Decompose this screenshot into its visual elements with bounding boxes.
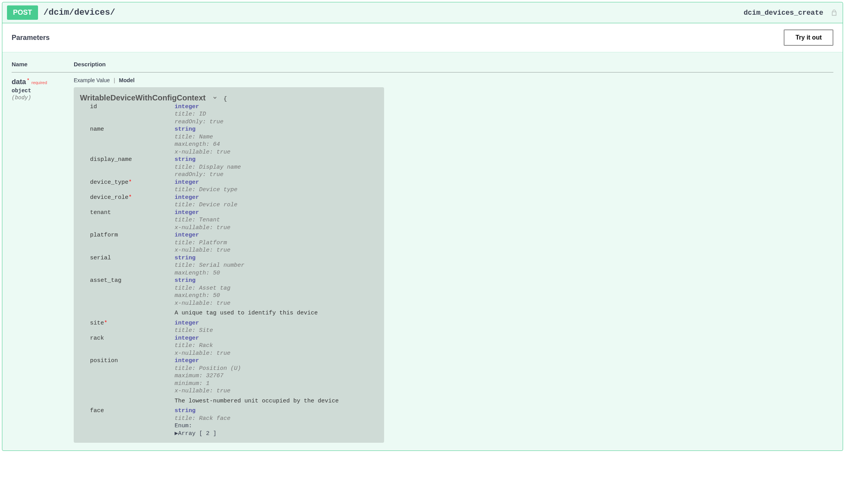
property-name: site* bbox=[90, 319, 175, 335]
property-meta: title: Device role bbox=[175, 201, 378, 209]
model-property: positionintegertitle: Position (U)maximu… bbox=[80, 357, 378, 407]
property-type: integer bbox=[175, 209, 378, 217]
model-title[interactable]: WritableDeviceWithConfigContext bbox=[80, 93, 206, 102]
property-name: display_name bbox=[90, 156, 175, 179]
property-name: face bbox=[90, 407, 175, 430]
model-property: namestringtitle: NamemaxLength: 64x-null… bbox=[80, 126, 378, 156]
property-meta: title: Name bbox=[175, 133, 378, 141]
property-type: integer bbox=[175, 179, 378, 186]
model-property: serialstringtitle: Serial numbermaxLengt… bbox=[80, 254, 378, 277]
property-type: string bbox=[175, 407, 378, 415]
property-details: stringtitle: Asset tagmaxLength: 50x-nul… bbox=[175, 277, 378, 319]
property-meta: title: Device type bbox=[175, 186, 378, 194]
caret-right-icon: ▶ bbox=[175, 430, 178, 437]
property-name: rack bbox=[90, 335, 175, 357]
param-type: object bbox=[12, 88, 74, 94]
model-property: platformintegertitle: Platformx-nullable… bbox=[80, 231, 378, 254]
model-property: rackintegertitle: Rackx-nullable: true bbox=[80, 335, 378, 357]
property-name: device_type* bbox=[90, 179, 175, 194]
model-property: idintegertitle: IDreadOnly: true bbox=[80, 103, 378, 126]
property-details: stringtitle: Rack faceEnum: bbox=[175, 407, 378, 430]
operation-id: dcim_devices_create bbox=[744, 9, 823, 17]
property-details: integertitle: Device type bbox=[175, 179, 378, 194]
property-meta: title: Site bbox=[175, 327, 378, 335]
property-meta: x-nullable: true bbox=[175, 247, 378, 254]
parameters-header: Parameters Try it out bbox=[2, 23, 843, 52]
property-meta: x-nullable: true bbox=[175, 350, 378, 357]
property-meta: title: Asset tag bbox=[175, 285, 378, 292]
model-property: device_role*integertitle: Device role bbox=[80, 194, 378, 209]
property-type: integer bbox=[175, 231, 378, 239]
operation-path: /dcim/devices/ bbox=[43, 8, 744, 17]
property-details: integertitle: Device role bbox=[175, 194, 378, 209]
required-star: * bbox=[27, 77, 29, 83]
property-meta: minimum: 1 bbox=[175, 380, 378, 388]
property-type: string bbox=[175, 277, 378, 285]
property-meta: maxLength: 50 bbox=[175, 269, 378, 277]
property-details: integertitle: IDreadOnly: true bbox=[175, 103, 378, 126]
property-meta: readOnly: true bbox=[175, 171, 378, 179]
property-meta: maxLength: 50 bbox=[175, 292, 378, 300]
required-star: * bbox=[104, 320, 107, 326]
property-details: integertitle: Platformx-nullable: true bbox=[175, 231, 378, 254]
property-name: device_role* bbox=[90, 194, 175, 209]
property-description: The lowest-numbered unit occupied by the… bbox=[175, 395, 378, 407]
property-meta: x-nullable: true bbox=[175, 148, 378, 156]
param-name: data bbox=[12, 78, 26, 86]
method-badge: POST bbox=[7, 5, 38, 20]
property-type: integer bbox=[175, 357, 378, 365]
model-property: facestringtitle: Rack faceEnum: bbox=[80, 407, 378, 430]
chevron-down-icon[interactable] bbox=[212, 95, 218, 103]
model-property: asset_tagstringtitle: Asset tagmaxLength… bbox=[80, 277, 378, 319]
property-meta: title: Position (U) bbox=[175, 365, 378, 373]
property-meta: title: Rack face bbox=[175, 415, 378, 423]
enum-label: Enum: bbox=[175, 422, 378, 430]
parameters-title: Parameters bbox=[12, 34, 50, 42]
property-name: platform bbox=[90, 231, 175, 254]
property-type: integer bbox=[175, 194, 378, 202]
parameters-body: Name Description data* required object (… bbox=[2, 52, 843, 450]
model-property: site*integertitle: Site bbox=[80, 319, 378, 335]
operation-block: POST /dcim/devices/ dcim_devices_create … bbox=[2, 2, 843, 451]
property-meta: x-nullable: true bbox=[175, 387, 378, 395]
property-details: integertitle: Site bbox=[175, 319, 378, 335]
property-type: integer bbox=[175, 103, 378, 111]
try-it-out-button[interactable]: Try it out bbox=[784, 29, 833, 46]
model-property: display_namestringtitle: Display namerea… bbox=[80, 156, 378, 179]
property-details: integertitle: Rackx-nullable: true bbox=[175, 335, 378, 357]
lock-icon[interactable] bbox=[830, 9, 838, 17]
tab-example-value[interactable]: Example Value bbox=[74, 77, 110, 83]
property-meta: title: Serial number bbox=[175, 262, 378, 269]
column-name: Name bbox=[12, 56, 74, 72]
property-name: id bbox=[90, 103, 175, 126]
property-details: stringtitle: Serial numbermaxLength: 50 bbox=[175, 254, 378, 277]
property-type: string bbox=[175, 156, 378, 164]
property-type: integer bbox=[175, 319, 378, 327]
property-name: tenant bbox=[90, 209, 175, 232]
property-details: stringtitle: Display namereadOnly: true bbox=[175, 156, 378, 179]
property-meta: maxLength: 64 bbox=[175, 141, 378, 148]
property-type: string bbox=[175, 126, 378, 133]
required-star: * bbox=[128, 179, 132, 186]
enum-summary: Array [ 2 ] bbox=[178, 430, 216, 437]
property-meta: title: Tenant bbox=[175, 216, 378, 224]
property-details: stringtitle: NamemaxLength: 64x-nullable… bbox=[175, 126, 378, 156]
property-details: integertitle: Tenantx-nullable: true bbox=[175, 209, 378, 232]
enum-collapsed-row[interactable]: ▶Array [ 2 ] bbox=[80, 430, 378, 438]
property-meta: title: Display name bbox=[175, 164, 378, 171]
property-meta: title: Platform bbox=[175, 239, 378, 247]
column-description: Description bbox=[74, 56, 833, 72]
property-meta: readOnly: true bbox=[175, 118, 378, 126]
property-meta: x-nullable: true bbox=[175, 224, 378, 232]
tab-model[interactable]: Model bbox=[119, 77, 135, 83]
property-meta: title: Rack bbox=[175, 342, 378, 350]
model-property: device_type*integertitle: Device type bbox=[80, 179, 378, 194]
operation-summary[interactable]: POST /dcim/devices/ dcim_devices_create bbox=[2, 2, 843, 23]
property-meta: title: ID bbox=[175, 110, 378, 118]
property-meta: x-nullable: true bbox=[175, 300, 378, 307]
property-meta: maximum: 32767 bbox=[175, 372, 378, 380]
required-star: * bbox=[128, 194, 132, 201]
property-name: asset_tag bbox=[90, 277, 175, 319]
property-type: string bbox=[175, 254, 378, 262]
property-description: A unique tag used to identify this devic… bbox=[175, 307, 378, 319]
